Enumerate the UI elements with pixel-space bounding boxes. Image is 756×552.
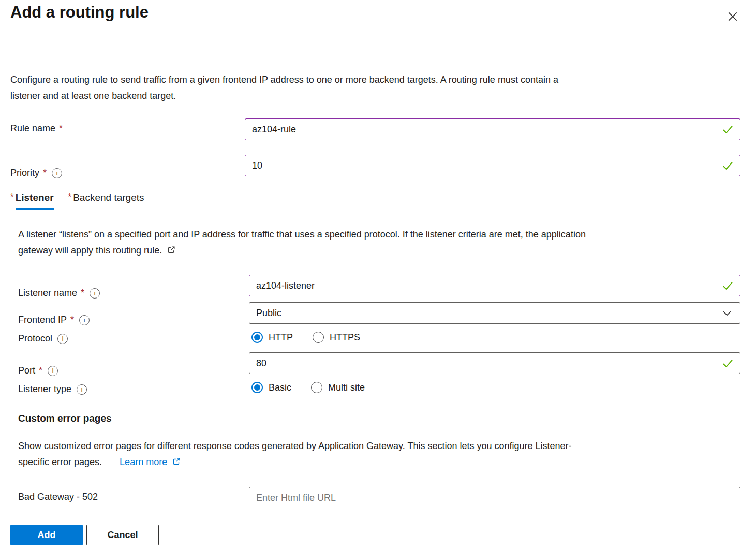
bad-gateway-502-input[interactable] xyxy=(249,487,740,504)
intro-text: Configure a routing rule to send traffic… xyxy=(10,72,735,104)
rule-name-label: Rule name * xyxy=(10,123,63,134)
radio-unselected-icon xyxy=(311,382,322,393)
close-icon[interactable] xyxy=(723,7,742,26)
listener-description-line: A listener “listens” on a specified port… xyxy=(18,227,743,243)
listener-type-label-text: Listener type xyxy=(18,384,71,395)
priority-label: Priority * i xyxy=(10,168,62,178)
valid-check-icon xyxy=(722,124,734,136)
protocol-label: Protocol i xyxy=(18,333,68,344)
chevron-down-icon xyxy=(722,308,732,319)
footer-actions: Add Cancel xyxy=(10,525,159,545)
port-label: Port * i xyxy=(18,365,58,376)
custom-error-description: Show customized error pages for differen… xyxy=(18,438,743,470)
listener-type-option-basic-label: Basic xyxy=(269,382,291,393)
tab-listener[interactable]: * Listener xyxy=(10,192,54,210)
listener-name-label-text: Listener name xyxy=(18,288,77,299)
required-asterisk: * xyxy=(81,288,84,299)
frontend-ip-label-text: Frontend IP xyxy=(18,315,67,325)
radio-selected-icon xyxy=(251,332,263,343)
port-label-text: Port xyxy=(18,365,35,376)
protocol-option-http-label: HTTP xyxy=(269,332,293,343)
priority-input[interactable] xyxy=(245,155,740,176)
bad-gateway-502-label: Bad Gateway - 502 xyxy=(18,491,98,502)
info-icon[interactable]: i xyxy=(57,334,68,344)
learn-more-link[interactable]: Learn more xyxy=(120,457,167,467)
close-x-glyph xyxy=(725,9,740,24)
priority-label-text: Priority xyxy=(10,168,39,178)
custom-error-pages-heading: Custom error pages xyxy=(18,413,112,424)
external-link-icon[interactable] xyxy=(172,457,181,466)
listener-type-option-basic[interactable]: Basic xyxy=(251,382,291,393)
rule-name-field xyxy=(245,118,740,140)
required-asterisk: * xyxy=(70,315,74,325)
info-icon[interactable]: i xyxy=(52,168,62,178)
custom-error-description-line2-text: specific error pages. xyxy=(18,457,102,467)
intro-line: listener and at least one backend target… xyxy=(10,88,735,104)
radio-selected-icon xyxy=(251,382,263,393)
valid-check-icon xyxy=(722,357,734,369)
required-asterisk: * xyxy=(43,168,47,178)
info-icon[interactable]: i xyxy=(79,315,90,325)
custom-error-description-line2: specific error pages. Learn more xyxy=(18,454,743,470)
radio-unselected-icon xyxy=(313,332,324,343)
required-asterisk: * xyxy=(68,192,72,202)
add-routing-rule-dialog: Add a routing rule Configure a routing r… xyxy=(0,0,756,552)
page-title: Add a routing rule xyxy=(10,3,149,22)
frontend-ip-label: Frontend IP * i xyxy=(18,315,90,325)
tab-listener-label: Listener xyxy=(16,192,54,210)
listener-description-line2: gateway will apply this routing rule. xyxy=(18,243,743,259)
rule-name-input[interactable] xyxy=(245,118,740,140)
listener-type-label: Listener type i xyxy=(18,384,87,395)
rule-tabs: * Listener * Backend targets xyxy=(10,192,144,210)
info-icon[interactable]: i xyxy=(48,366,58,376)
tab-backend-targets[interactable]: * Backend targets xyxy=(68,192,144,210)
cancel-button[interactable]: Cancel xyxy=(86,525,159,545)
required-asterisk: * xyxy=(10,192,14,202)
required-asterisk: * xyxy=(39,365,42,376)
valid-check-icon xyxy=(722,160,734,172)
footer-divider xyxy=(0,504,756,504)
protocol-option-https-label: HTTPS xyxy=(330,332,360,343)
protocol-option-http[interactable]: HTTP xyxy=(251,332,293,343)
tab-backend-targets-label: Backend targets xyxy=(73,192,144,208)
listener-description: A listener “listens” on a specified port… xyxy=(18,227,743,259)
frontend-ip-selected-value: Public xyxy=(256,308,281,319)
valid-check-icon xyxy=(722,280,734,292)
required-asterisk: * xyxy=(59,123,63,134)
add-button[interactable]: Add xyxy=(10,525,83,545)
info-icon[interactable]: i xyxy=(90,288,100,299)
info-icon[interactable]: i xyxy=(77,384,87,395)
listener-description-line2-text: gateway will apply this routing rule. xyxy=(18,245,162,256)
port-input[interactable] xyxy=(249,352,740,374)
listener-type-option-multi-site[interactable]: Multi site xyxy=(311,382,365,393)
protocol-radio-group: HTTP HTTPS xyxy=(251,332,360,343)
protocol-label-text: Protocol xyxy=(18,333,52,344)
bad-gateway-502-label-text: Bad Gateway - 502 xyxy=(18,491,98,502)
protocol-option-https[interactable]: HTTPS xyxy=(313,332,360,343)
intro-line: Configure a routing rule to send traffic… xyxy=(10,72,735,88)
custom-error-description-line: Show customized error pages for differen… xyxy=(18,438,743,454)
listener-name-field xyxy=(249,275,740,296)
listener-type-option-multi-site-label: Multi site xyxy=(328,382,365,393)
dialog-content: Add a routing rule Configure a routing r… xyxy=(0,0,756,504)
port-field xyxy=(249,352,740,374)
frontend-ip-select[interactable]: Public xyxy=(249,302,740,324)
listener-name-input[interactable] xyxy=(249,275,740,296)
rule-name-label-text: Rule name xyxy=(10,123,55,134)
priority-field xyxy=(245,155,740,176)
external-link-icon[interactable] xyxy=(167,245,176,255)
listener-name-label: Listener name * i xyxy=(18,288,100,299)
listener-type-radio-group: Basic Multi site xyxy=(251,382,365,393)
bad-gateway-502-field xyxy=(249,487,740,504)
